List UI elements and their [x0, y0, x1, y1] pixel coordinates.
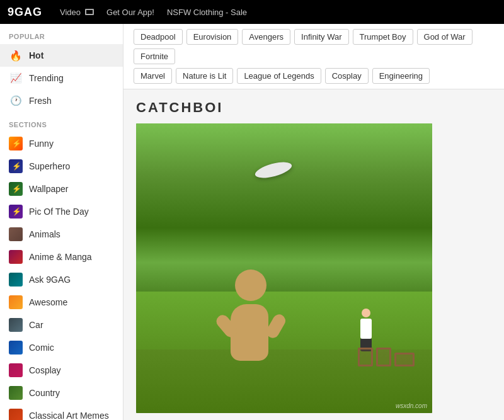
sidebar-item-picofday[interactable]: ⚡ Pic Of The Day [0, 200, 123, 223]
funny-label: Funny [29, 139, 54, 149]
superhero-label: Superhero [29, 161, 70, 171]
watermark: wsxdn.com [396, 402, 427, 409]
awesome-label: Awesome [29, 297, 67, 307]
sidebar-item-superhero[interactable]: ⚡ Superhero [0, 155, 123, 178]
top-navigation: 9GAG Video Get Our App! NSFW Clothing - … [0, 0, 504, 24]
comic-thumb [9, 341, 23, 355]
country-label: Country [29, 388, 60, 398]
tag-row-2: Marvel Nature is Lit League of Legends C… [134, 68, 494, 84]
awesome-thumb [9, 295, 23, 309]
dog [219, 266, 282, 361]
person [359, 309, 373, 349]
get-app-link[interactable]: Get Our App! [106, 8, 154, 17]
nsfw-link[interactable]: NSFW Clothing - Sale [167, 8, 247, 17]
sidebar-item-hot[interactable]: 🔥 Hot [0, 44, 123, 67]
picofday-label: Pic Of The Day [29, 207, 89, 217]
tree-background [136, 123, 432, 297]
cosplay-label: Cosplay [29, 365, 61, 375]
sidebar-item-country[interactable]: Country [0, 382, 123, 404]
tag-bar: Deadpool Eurovision Avengers Infinity Wa… [123, 24, 504, 89]
sections-label: SECTIONS [0, 112, 123, 132]
sidebar-item-comic[interactable]: Comic [0, 336, 123, 359]
tag-deadpool[interactable]: Deadpool [134, 29, 183, 45]
animals-label: Animals [29, 229, 60, 239]
chair-1 [358, 348, 373, 366]
tag-infinity-war[interactable]: Infinity War [294, 29, 349, 45]
person-body [360, 319, 372, 339]
post-title: CATCHBOI [136, 99, 491, 116]
main-content: Deadpool Eurovision Avengers Infinity Wa… [123, 24, 504, 420]
video-link[interactable]: Video [60, 8, 94, 17]
superhero-thumb: ⚡ [9, 159, 23, 173]
sidebar-item-fresh[interactable]: 🕐 Fresh [0, 89, 123, 112]
tag-row-1: Deadpool Eurovision Avengers Infinity Wa… [134, 29, 494, 64]
post-area: CATCHBOI [123, 89, 504, 420]
trending-label: Trending [29, 73, 64, 83]
tag-fortnite[interactable]: Fortnite [134, 48, 175, 64]
sidebar: POPULAR 🔥 Hot 📈 Trending 🕐 Fresh SECTION… [0, 24, 123, 420]
sidebar-item-classical[interactable]: Classical Art Memes [0, 404, 123, 420]
comic-label: Comic [29, 343, 54, 353]
clock-icon: 🕐 [9, 94, 23, 108]
scene-background: wsxdn.com [136, 123, 432, 413]
person-head [362, 309, 370, 317]
wallpaper-thumb: ⚡ [9, 182, 23, 196]
trending-icon: 📈 [9, 71, 23, 85]
classical-thumb [9, 409, 23, 420]
lightning-icon: ⚡ [12, 139, 21, 148]
car-thumb [9, 318, 23, 332]
picofday-thumb: ⚡ [9, 205, 23, 219]
table [394, 353, 415, 366]
lightning-icon: ⚡ [12, 162, 21, 171]
sidebar-item-funny[interactable]: ⚡ Funny [0, 132, 123, 155]
tag-avengers[interactable]: Avengers [242, 29, 290, 45]
classical-label: Classical Art Memes [29, 411, 109, 420]
video-label: Video [60, 8, 81, 17]
tag-cosplay[interactable]: Cosplay [325, 68, 369, 84]
tag-eurovision[interactable]: Eurovision [186, 29, 239, 45]
popular-label: POPULAR [0, 24, 123, 44]
hot-label: Hot [29, 50, 43, 60]
fresh-label: Fresh [29, 96, 52, 106]
main-layout: POPULAR 🔥 Hot 📈 Trending 🕐 Fresh SECTION… [0, 24, 504, 420]
sidebar-item-awesome[interactable]: Awesome [0, 291, 123, 314]
logo[interactable]: 9GAG [8, 6, 42, 19]
ask-thumb [9, 273, 23, 287]
cosplay-thumb [9, 363, 23, 377]
anime-thumb [9, 250, 23, 264]
sidebar-item-anime[interactable]: Anime & Manga [0, 246, 123, 268]
anime-label: Anime & Manga [29, 252, 92, 262]
lightning-icon: ⚡ [12, 184, 21, 193]
monitor-icon [85, 9, 94, 15]
tag-league-of-legends[interactable]: League of Legends [237, 68, 321, 84]
post-image: wsxdn.com [136, 123, 432, 413]
tag-nature-is-lit[interactable]: Nature is Lit [176, 68, 233, 84]
chair-2 [376, 348, 391, 366]
car-label: Car [29, 320, 43, 330]
sidebar-item-trending[interactable]: 📈 Trending [0, 67, 123, 89]
tag-marvel[interactable]: Marvel [134, 68, 172, 84]
tag-god-of-war[interactable]: God of War [417, 29, 472, 45]
ask-label: Ask 9GAG [29, 275, 71, 285]
sidebar-item-car[interactable]: Car [0, 314, 123, 336]
sidebar-item-wallpaper[interactable]: ⚡ Wallpaper [0, 178, 123, 200]
fire-icon: 🔥 [9, 48, 23, 62]
sidebar-item-animals[interactable]: Animals [0, 223, 123, 246]
country-thumb [9, 386, 23, 400]
dog-head [235, 270, 266, 301]
sidebar-item-cosplay[interactable]: Cosplay [0, 359, 123, 382]
lightning-icon: ⚡ [12, 207, 21, 216]
funny-thumb: ⚡ [9, 137, 23, 150]
animals-thumb [9, 227, 23, 241]
outdoor-furniture [358, 348, 415, 366]
tag-trumpet-boy[interactable]: Trumpet Boy [353, 29, 413, 45]
sidebar-item-ask[interactable]: Ask 9GAG [0, 268, 123, 291]
wallpaper-label: Wallpaper [29, 184, 69, 194]
tag-engineering[interactable]: Engineering [372, 68, 430, 84]
